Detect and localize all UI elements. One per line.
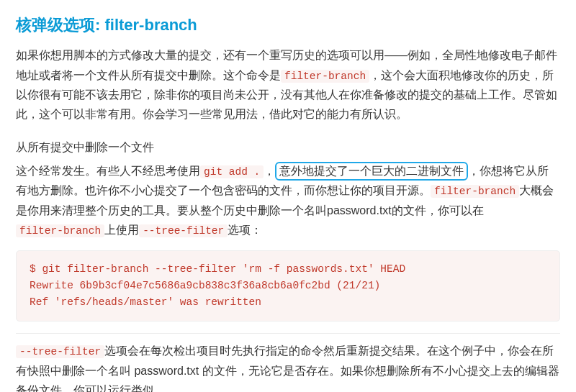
after-paragraph: --tree-filter选项会在每次检出项目时先执行指定的命令然后重新提交结果… — [16, 341, 560, 392]
code-block: $ git filter-branch --tree-filter 'rm -f… — [16, 250, 560, 322]
divider — [16, 333, 560, 334]
code-tree-filter-2: --tree-filter — [16, 345, 104, 358]
highlight-text: 意外地提交了一个巨大的二进制文件 — [279, 165, 464, 177]
intro-paragraph: 如果你想用脚本的方式修改大量的提交，还有一个重写历史的选项可以用——例如，全局性… — [16, 45, 560, 124]
sec-text-d: 上使用 — [104, 224, 139, 236]
section-heading: 核弹级选项: filter-branch — [16, 12, 560, 38]
code-filter-branch: filter-branch — [281, 70, 369, 83]
sec-text-a: 这个经常发生。有些人不经思考使用 — [16, 165, 200, 177]
section-paragraph: 这个经常发生。有些人不经思考使用git add .，意外地提交了一个巨大的二进制… — [16, 161, 560, 240]
heading-prefix: 核弹级选项: — [16, 16, 100, 34]
code-filter-branch-2: filter-branch — [431, 185, 519, 198]
code-tree-filter: --tree-filter — [139, 224, 228, 237]
highlight-box: 意外地提交了一个巨大的二进制文件 — [275, 162, 468, 181]
code-git-add: git add . — [200, 165, 264, 178]
heading-code: filter-branch — [100, 16, 197, 34]
sec-text-e: 选项： — [228, 224, 262, 236]
code-filter-branch-3: filter-branch — [16, 224, 104, 237]
sec-punc1: ， — [264, 165, 275, 177]
subsection-title: 从所有提交中删除一个文件 — [16, 137, 560, 157]
